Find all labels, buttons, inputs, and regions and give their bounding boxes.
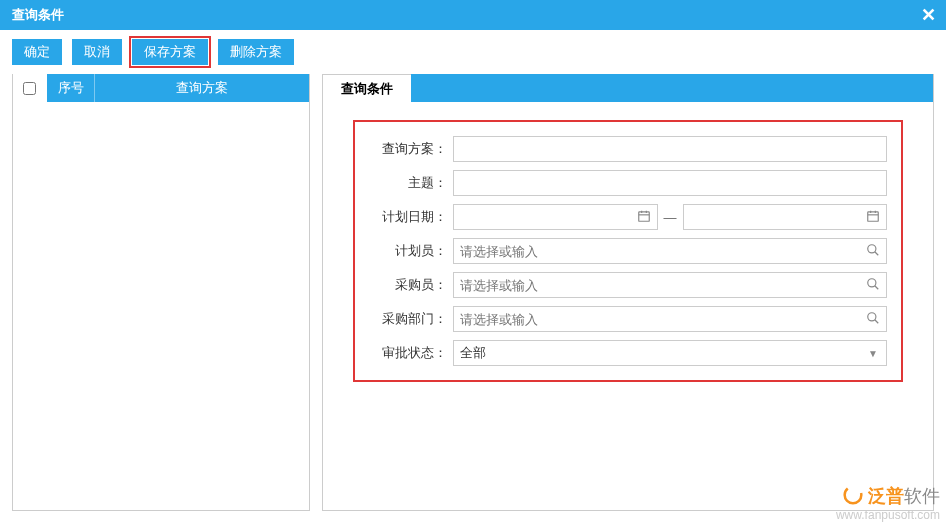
date-separator: —	[664, 210, 677, 225]
row-scheme: 查询方案：	[363, 136, 887, 162]
row-buyer: 采购员：	[363, 272, 887, 298]
svg-rect-0	[638, 211, 649, 220]
svg-line-9	[875, 251, 879, 255]
conditions-panel: 查询条件 查询方案： 主题： 计划日期：	[322, 74, 934, 511]
content-area: 序号 查询方案 查询条件 查询方案： 主题：	[0, 74, 946, 523]
titlebar: 查询条件 ✕	[0, 0, 946, 30]
approval-select[interactable]: 全部 ▼	[453, 340, 887, 366]
svg-point-14	[845, 487, 862, 504]
planner-input-wrap[interactable]	[453, 238, 887, 264]
date-from-wrap[interactable]	[453, 204, 658, 230]
scheme-input[interactable]	[460, 142, 880, 157]
svg-point-10	[868, 278, 876, 286]
svg-point-12	[868, 312, 876, 320]
buyer-input[interactable]	[460, 278, 880, 293]
planner-input[interactable]	[460, 244, 880, 259]
watermark: 泛普软件 www.fanpusoft.com	[836, 484, 940, 522]
subject-label: 主题：	[363, 174, 453, 192]
date-from-input[interactable]	[460, 210, 651, 225]
column-scheme-header: 查询方案	[95, 74, 309, 102]
ok-button[interactable]: 确定	[12, 39, 62, 65]
svg-line-13	[875, 319, 879, 323]
date-to-input[interactable]	[690, 210, 881, 225]
scheme-list-panel: 序号 查询方案	[12, 74, 310, 511]
row-approval: 审批状态： 全部 ▼	[363, 340, 887, 366]
svg-point-8	[868, 244, 876, 252]
plan-date-label: 计划日期：	[363, 208, 453, 226]
brand-text-2: 软件	[904, 486, 940, 506]
date-range: —	[453, 204, 887, 230]
calendar-icon[interactable]	[866, 209, 880, 226]
window-title: 查询条件	[12, 7, 64, 22]
subject-input-wrap[interactable]	[453, 170, 887, 196]
select-all-checkbox[interactable]	[23, 82, 36, 95]
cancel-button[interactable]: 取消	[72, 39, 122, 65]
dept-input-wrap[interactable]	[453, 306, 887, 332]
calendar-icon[interactable]	[637, 209, 651, 226]
search-icon[interactable]	[866, 243, 880, 260]
buyer-label: 采购员：	[363, 276, 453, 294]
row-subject: 主题：	[363, 170, 887, 196]
conditions-header: 查询条件	[323, 74, 933, 102]
date-to-wrap[interactable]	[683, 204, 888, 230]
subject-input[interactable]	[460, 176, 880, 191]
form-area: 查询方案： 主题： 计划日期：	[323, 102, 933, 400]
row-dept: 采购部门：	[363, 306, 887, 332]
scheme-input-wrap[interactable]	[453, 136, 887, 162]
row-plan-date: 计划日期： —	[363, 204, 887, 230]
svg-line-11	[875, 285, 879, 289]
delete-scheme-button[interactable]: 删除方案	[218, 39, 294, 65]
approval-label: 审批状态：	[363, 344, 453, 362]
search-icon[interactable]	[866, 277, 880, 294]
toolbar: 确定 取消 保存方案 删除方案	[0, 30, 946, 74]
svg-rect-4	[868, 211, 879, 220]
search-icon[interactable]	[866, 311, 880, 328]
column-number-header: 序号	[47, 74, 95, 102]
row-planner: 计划员：	[363, 238, 887, 264]
select-all-cell	[13, 74, 47, 102]
chevron-down-icon: ▼	[868, 348, 878, 359]
dept-input[interactable]	[460, 312, 880, 327]
close-icon[interactable]: ✕	[921, 0, 936, 30]
approval-value: 全部	[460, 344, 486, 362]
planner-label: 计划员：	[363, 242, 453, 260]
dept-label: 采购部门：	[363, 310, 453, 328]
brand-logo: 泛普软件	[836, 484, 940, 508]
buyer-input-wrap[interactable]	[453, 272, 887, 298]
tab-conditions[interactable]: 查询条件	[323, 74, 411, 102]
brand-text-1: 泛普	[868, 486, 904, 506]
scheme-label: 查询方案：	[363, 140, 453, 158]
brand-url: www.fanpusoft.com	[836, 508, 940, 522]
scheme-list-header: 序号 查询方案	[13, 74, 309, 102]
form-box: 查询方案： 主题： 计划日期：	[353, 120, 903, 382]
save-scheme-button[interactable]: 保存方案	[132, 39, 208, 65]
